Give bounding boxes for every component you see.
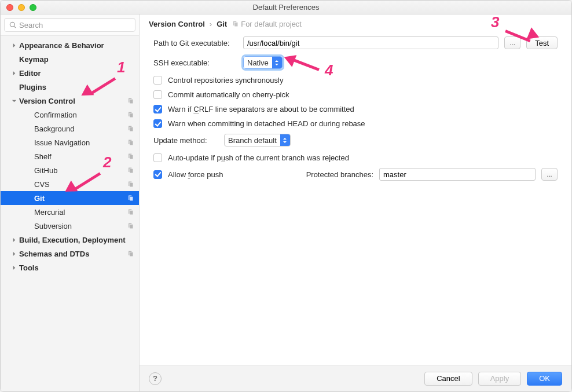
project-scope-icon (126, 97, 134, 105)
sidebar-item-github[interactable]: GitHub (1, 163, 139, 177)
sidebar-item-subversion[interactable]: Subversion (1, 219, 139, 233)
browse-button[interactable]: ... (504, 36, 520, 49)
ok-button[interactable]: OK (527, 372, 562, 386)
search-input[interactable]: Search (4, 18, 135, 32)
sidebar-item-label: Git (34, 194, 126, 203)
project-scope-icon (126, 250, 134, 258)
breadcrumb-git: Git (217, 20, 227, 28)
sidebar-item-shelf[interactable]: Shelf (1, 149, 139, 163)
project-scope-icon (126, 208, 134, 216)
checkbox-crlf-warn-label: Warn if CRLF line separators are about t… (168, 105, 354, 113)
checkbox-force-push-label: Allow force push (168, 170, 223, 179)
protected-branches-label: Protected branches: (306, 170, 373, 179)
sidebar-item-appearance-behavior[interactable]: Appearance & Behavior (1, 38, 139, 52)
project-scope-icon (126, 138, 134, 146)
checkbox-force-push[interactable] (153, 170, 162, 179)
sidebar-item-confirmation[interactable]: Confirmation (1, 108, 139, 122)
preferences-window: Default Preferences Search Appearance & … (0, 0, 572, 392)
project-scope-icon (126, 111, 134, 119)
search-icon (9, 21, 17, 29)
checkbox-crlf-warn[interactable] (153, 105, 162, 113)
protected-branches-input[interactable] (379, 168, 536, 181)
cancel-button[interactable]: Cancel (424, 372, 472, 386)
sidebar-item-label: Background (34, 124, 126, 133)
chevron-down-icon (11, 98, 17, 104)
sidebar-item-label: Version Control (19, 97, 126, 105)
sidebar-item-label: Shelf (34, 152, 126, 161)
checkbox-control-sync-label: Control repositories synchronously (168, 76, 283, 85)
sidebar-item-label: Plugins (19, 83, 134, 91)
help-button[interactable]: ? (149, 372, 162, 385)
ssh-label: SSH executable: (153, 58, 237, 67)
protected-branches-expand-button[interactable]: ... (541, 168, 558, 181)
project-scope-icon (126, 194, 134, 202)
update-method-select[interactable]: Branch default (224, 134, 291, 146)
checkbox-cherry-pick-label: Commit automatically on cherry-pick (168, 90, 289, 99)
sidebar-item-label: Confirmation (34, 111, 126, 119)
window-title: Default Preferences (1, 3, 571, 12)
checkbox-cherry-pick[interactable] (153, 90, 162, 99)
sidebar-item-label: GitHub (34, 166, 126, 175)
sidebar-item-label: Tools (19, 263, 134, 272)
path-label: Path to Git executable: (153, 39, 237, 47)
sidebar-item-plugins[interactable]: Plugins (1, 80, 139, 94)
checkbox-detached-warn[interactable] (153, 119, 162, 128)
chevron-right-icon (11, 237, 17, 243)
sidebar-item-label: Subversion (34, 222, 126, 230)
copy-scope-icon (232, 20, 239, 27)
titlebar: Default Preferences (1, 1, 571, 14)
project-scope-icon (126, 180, 134, 188)
breadcrumb-version-control[interactable]: Version Control (149, 20, 205, 28)
chevron-right-icon (11, 265, 17, 271)
main-panel: Version Control › Git For default projec… (140, 14, 571, 391)
sidebar-item-issue-navigation[interactable]: Issue Navigation (1, 135, 139, 149)
sidebar-item-label: Mercurial (34, 208, 126, 217)
checkbox-auto-update-push-label: Auto-update if push of the current branc… (168, 153, 349, 162)
update-method-label: Update method: (153, 136, 218, 145)
sidebar-item-label: Appearance & Behavior (19, 41, 134, 50)
annotation-number-4: 4 (325, 61, 333, 79)
apply-button[interactable]: Apply (478, 372, 522, 386)
sidebar-item-label: Schemas and DTDs (19, 250, 126, 258)
annotation-number-3: 3 (491, 13, 499, 31)
breadcrumb-scope: For default project (232, 20, 302, 28)
sidebar-item-label: Issue Navigation (34, 138, 126, 147)
checkbox-detached-warn-label: Warn when committing in detached HEAD or… (168, 119, 365, 128)
chevron-right-icon (11, 70, 17, 76)
chevron-updown-icon (280, 134, 290, 146)
chevron-right-icon (11, 251, 17, 257)
annotation-number-2: 2 (103, 153, 111, 171)
search-placeholder: Search (19, 21, 43, 30)
sidebar-tree: Appearance & BehaviorKeymapEditorPlugins… (1, 36, 139, 391)
sidebar-item-background[interactable]: Background (1, 122, 139, 135)
checkbox-auto-update-push[interactable] (153, 153, 162, 162)
annotation-number-1: 1 (117, 58, 125, 76)
dialog-footer: ? Cancel Apply OK (140, 365, 571, 391)
project-scope-icon (126, 222, 134, 230)
git-path-input[interactable] (243, 36, 498, 49)
sidebar-item-tools[interactable]: Tools (1, 261, 139, 274)
sidebar-item-build-execution-deployment[interactable]: Build, Execution, Deployment (1, 233, 139, 247)
sidebar-item-schemas-and-dtds[interactable]: Schemas and DTDs (1, 247, 139, 261)
sidebar-item-mercurial[interactable]: Mercurial (1, 205, 139, 219)
project-scope-icon (126, 166, 134, 174)
settings-content: Path to Git executable: ... Test SSH exe… (140, 33, 571, 365)
project-scope-icon (126, 124, 134, 133)
chevron-updown-icon (272, 57, 282, 68)
project-scope-icon (126, 152, 134, 160)
ssh-executable-select[interactable]: Native (243, 56, 283, 69)
checkbox-control-sync[interactable] (153, 76, 162, 85)
sidebar-item-label: Build, Execution, Deployment (19, 236, 134, 244)
sidebar-item-version-control[interactable]: Version Control (1, 94, 139, 108)
chevron-right-icon (11, 42, 17, 49)
